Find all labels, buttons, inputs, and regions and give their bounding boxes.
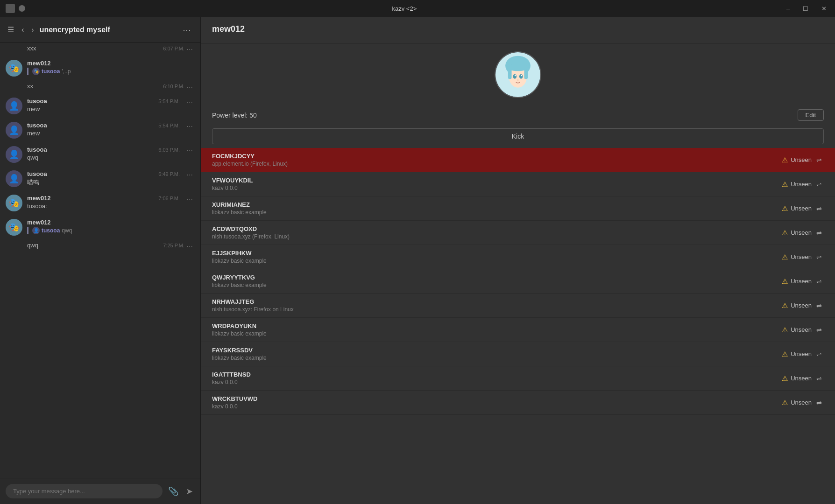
svg-point-9 (521, 75, 522, 76)
session-item[interactable]: VFWOUYKDIL kazv 0.0.0 ⚠ Unseen ⇌ (201, 172, 835, 196)
message-sender: mew012 (27, 219, 195, 226)
message-text: xx (27, 83, 163, 90)
avatar: 🎭 (6, 195, 22, 211)
profile-avatar-area (201, 44, 835, 105)
session-sub: libkazv basic example (212, 209, 782, 216)
back-button[interactable]: ‹ (20, 24, 26, 36)
message-sender: mew012 (27, 195, 154, 202)
send-button[interactable]: ➤ (184, 484, 195, 498)
session-controls-button[interactable]: ⇌ (814, 228, 824, 238)
more-button[interactable]: ⋯ (184, 83, 195, 92)
message-content: mew012 👤 tusooa qwq (27, 219, 195, 236)
session-controls-button[interactable]: ⇌ (814, 277, 824, 286)
title-bar: kazv <2> – ☐ ✕ (0, 0, 835, 17)
session-id: QWJRYYTKVG (212, 274, 782, 281)
avatar: 👤 (6, 146, 22, 163)
message-sender: tusooa (27, 122, 154, 129)
session-sub: nish.tusooa.xyz (Firefox, Linux) (212, 233, 782, 240)
more-button[interactable]: ⋯ (184, 170, 195, 180)
title-bar-dot (19, 5, 25, 12)
session-controls-button[interactable]: ⇌ (814, 398, 824, 407)
avatar: 🎭 (6, 60, 22, 77)
session-sub: libkazv basic example (212, 330, 782, 337)
session-controls-button[interactable]: ⇌ (814, 252, 824, 262)
more-button[interactable]: ⋯ (184, 146, 195, 155)
session-sub: kazv 0.0.0 (212, 185, 782, 191)
session-info: ACDWDTQOXD nish.tusooa.xyz (Firefox, Lin… (212, 225, 782, 240)
list-item: xxx 6:07 P.M. ⋯ (0, 43, 200, 56)
maximize-button[interactable]: ☐ (800, 4, 811, 13)
chat-menu-button[interactable]: ⋯ (179, 23, 195, 37)
power-level-text: Power level: 50 (212, 112, 257, 119)
session-controls-button[interactable]: ⇌ (814, 180, 824, 189)
session-item[interactable]: EJJSKPIHKW libkazv basic example ⚠ Unsee… (201, 245, 835, 269)
session-item[interactable]: NRHWAJJTEG nish.tusooa.xyz: Firefox on L… (201, 294, 835, 318)
messages-list: xxx 6:07 P.M. ⋯ 🎭 mew012 🎭 tusooa ',..p (0, 43, 200, 478)
message-text: mew (27, 105, 154, 112)
list-item: 👤 tusooa 喵鸣 6:49 P.M. ⋯ (0, 167, 200, 191)
message-content: tusooa mew (27, 122, 154, 137)
input-area: 📎 ➤ (0, 478, 200, 504)
more-button[interactable]: ⋯ (184, 98, 195, 107)
session-item[interactable]: FAYSKRSSDV libkazv basic example ⚠ Unsee… (201, 342, 835, 366)
session-item[interactable]: WRDPAOYUKN libkazv basic example ⚠ Unsee… (201, 318, 835, 342)
session-item[interactable]: FOCMKJDCYY app.element.io (Firefox, Linu… (201, 148, 835, 172)
session-controls-button[interactable]: ⇌ (814, 325, 824, 335)
session-info: IGATTTBNSD kazv 0.0.0 (212, 371, 782, 385)
attach-button[interactable]: 📎 (166, 484, 180, 498)
warning-icon: ⚠ (782, 350, 788, 358)
kick-button[interactable]: Kick (212, 128, 824, 144)
session-controls-button[interactable]: ⇌ (814, 301, 824, 310)
session-controls-button[interactable]: ⇌ (814, 155, 824, 165)
more-button[interactable]: ⋯ (184, 195, 195, 204)
forward-button[interactable]: › (29, 24, 35, 36)
svg-point-8 (515, 75, 516, 76)
warning-icon: ⚠ (782, 180, 788, 189)
session-item[interactable]: ACDWDTQOXD nish.tusooa.xyz (Firefox, Lin… (201, 221, 835, 245)
more-button[interactable]: ⋯ (184, 45, 195, 54)
session-controls-button[interactable]: ⇌ (814, 350, 824, 359)
app-icon (6, 4, 15, 13)
right-panel: mew012 (201, 17, 835, 504)
session-status: ⚠ Unseen ⇌ (782, 301, 824, 310)
hamburger-button[interactable]: ☰ (6, 23, 16, 36)
session-item[interactable]: XURIMIANEZ libkazv basic example ⚠ Unsee… (201, 196, 835, 221)
message-input[interactable] (6, 484, 163, 498)
session-item[interactable]: IGATTTBNSD kazv 0.0.0 ⚠ Unseen ⇌ (201, 366, 835, 391)
close-button[interactable]: ✕ (819, 4, 829, 13)
session-status: ⚠ Unseen ⇌ (782, 277, 824, 286)
warning-icon: ⚠ (782, 229, 788, 237)
more-button[interactable]: ⋯ (184, 122, 195, 131)
warning-icon: ⚠ (782, 301, 788, 310)
message-time: 7:25 P.M. (163, 242, 184, 248)
session-status-label: Unseen (791, 350, 812, 357)
session-status: ⚠ Unseen ⇌ (782, 252, 824, 262)
more-button[interactable]: ⋯ (184, 242, 195, 251)
window-controls: – ☐ ✕ (784, 4, 829, 13)
session-info: NRHWAJJTEG nish.tusooa.xyz: Firefox on L… (212, 298, 782, 313)
session-item[interactable]: QWJRYYTKVG libkazv basic example ⚠ Unsee… (201, 269, 835, 294)
session-item[interactable]: WRCKBTUVWD kazv 0.0.0 ⚠ Unseen ⇌ (201, 391, 835, 415)
message-sender: tusooa (27, 146, 154, 153)
kick-button-row: Kick (201, 125, 835, 148)
avatar: 🎭 (6, 219, 22, 236)
session-status: ⚠ Unseen ⇌ (782, 180, 824, 189)
session-status-label: Unseen (791, 156, 812, 163)
list-item: xx 6:10 P.M. ⋯ (0, 81, 200, 94)
session-sub: app.element.io (Firefox, Linux) (212, 161, 782, 167)
reply-sender: tusooa (42, 227, 60, 234)
avatar: 👤 (6, 122, 22, 139)
message-time: 5:54 P.M. (158, 122, 180, 128)
edit-button[interactable]: Edit (798, 109, 824, 121)
session-controls-button[interactable]: ⇌ (814, 374, 824, 383)
session-status-label: Unseen (791, 375, 812, 382)
session-status-label: Unseen (791, 278, 812, 285)
minimize-button[interactable]: – (784, 4, 793, 13)
session-sub: kazv 0.0.0 (212, 379, 782, 385)
session-status: ⚠ Unseen ⇌ (782, 228, 824, 238)
session-status-label: Unseen (791, 399, 812, 406)
session-id: WRCKBTUVWD (212, 395, 782, 402)
session-controls-button[interactable]: ⇌ (814, 204, 824, 213)
message-time: 6:10 P.M. (163, 83, 184, 89)
profile-avatar (495, 51, 541, 98)
